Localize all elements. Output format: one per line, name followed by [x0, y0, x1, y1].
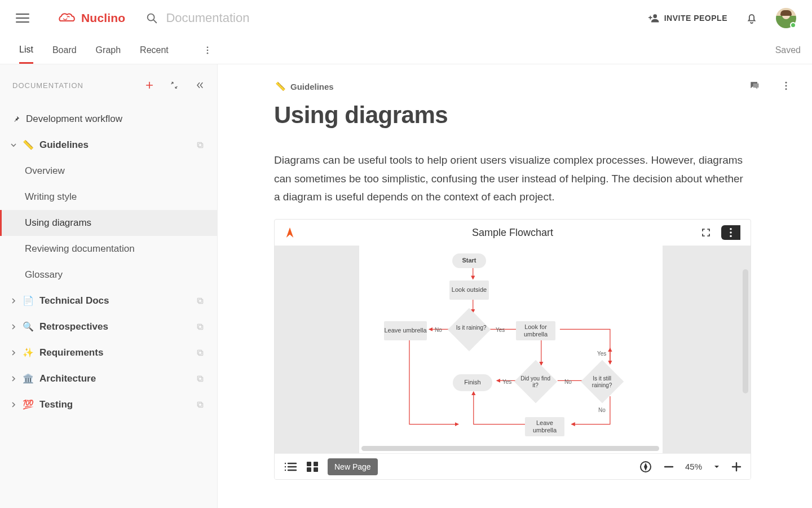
- svg-point-20: [785, 88, 787, 90]
- sidebar-section-architecture[interactable]: 🏛️ Architecture: [0, 366, 217, 392]
- flow-node-leave-umbrella-2[interactable]: Leave umbrella: [525, 417, 564, 436]
- sidebar-section-guidelines[interactable]: 📏 Guidelines: [0, 132, 217, 158]
- sparkle-icon: ✨: [23, 348, 34, 357]
- svg-rect-37: [307, 462, 311, 466]
- chevron-right-icon: [10, 376, 17, 382]
- svg-point-18: [785, 82, 787, 84]
- sidebar-section-requirements[interactable]: ✨ Requirements: [0, 340, 217, 366]
- diagram-canvas[interactable]: Start Look outside Is it raining? Leave …: [275, 246, 751, 453]
- svg-rect-9: [197, 298, 201, 302]
- copy-icon[interactable]: [196, 141, 205, 150]
- sidebar: DOCUMENTATION Development workflow 📏 Gui…: [0, 64, 218, 508]
- svg-rect-40: [314, 467, 318, 472]
- search-icon: [145, 12, 158, 24]
- body-paragraph[interactable]: Diagrams can be useful tools to help ori…: [274, 151, 751, 207]
- tab-board[interactable]: Board: [52, 37, 77, 63]
- item-label: Writing style: [25, 191, 77, 203]
- svg-point-4: [206, 49, 208, 51]
- tab-graph[interactable]: Graph: [96, 37, 121, 63]
- tabs-more-icon[interactable]: [202, 45, 213, 55]
- svg-point-19: [785, 85, 787, 87]
- svg-rect-7: [197, 142, 201, 146]
- list-view-icon[interactable]: [284, 461, 297, 472]
- copy-icon[interactable]: [196, 374, 205, 383]
- save-status: Saved: [775, 45, 801, 55]
- section-label: Guidelines: [39, 139, 89, 151]
- edge-label-yes: Yes: [597, 351, 606, 357]
- grid-view-icon[interactable]: [306, 461, 319, 472]
- edge-label-yes: Yes: [502, 379, 511, 385]
- sidebar-section-testing[interactable]: 💯 Testing: [0, 392, 217, 418]
- flow-node-finish[interactable]: Finish: [453, 374, 492, 391]
- page-icon: 📄: [23, 296, 34, 305]
- edge-label-yes: Yes: [496, 327, 505, 333]
- copy-icon[interactable]: [196, 400, 205, 409]
- zoom-value: 45%: [685, 462, 702, 471]
- invite-people-button[interactable]: INVITE PEOPLE: [648, 12, 727, 24]
- tab-list[interactable]: List: [19, 37, 33, 64]
- svg-rect-8: [198, 299, 202, 303]
- breadcrumb-label: Guidelines: [290, 82, 334, 91]
- item-label: Glossary: [25, 269, 63, 281]
- svg-rect-16: [198, 403, 202, 407]
- copy-icon[interactable]: [196, 296, 205, 305]
- chevron-right-icon: [10, 324, 17, 330]
- zoom-dropdown-icon[interactable]: [713, 463, 720, 470]
- edge-label-no: No: [435, 327, 442, 333]
- compass-icon[interactable]: [639, 460, 652, 474]
- section-label: Testing: [39, 399, 73, 410]
- sidebar-item-overview[interactable]: Overview: [0, 158, 217, 184]
- svg-rect-13: [197, 350, 201, 354]
- sidebar-item-using-diagrams[interactable]: Using diagrams: [0, 210, 217, 236]
- edge-label-no: No: [598, 407, 606, 413]
- sidebar-item-glossary[interactable]: Glossary: [0, 262, 217, 288]
- workspace-name: DOCUMENTATION: [12, 81, 83, 90]
- sidebar-section-technical-docs[interactable]: 📄 Technical Docs: [0, 288, 217, 314]
- magnifier-icon: 🔍: [23, 322, 34, 331]
- sidebar-item-writing-style[interactable]: Writing style: [0, 184, 217, 210]
- chevron-right-icon: [10, 298, 17, 304]
- presence-indicator: [790, 22, 796, 28]
- svg-rect-15: [197, 376, 201, 380]
- embed-vertical-scrollbar[interactable]: [743, 269, 748, 393]
- page-title[interactable]: Using diagrams: [274, 102, 751, 129]
- add-page-icon[interactable]: [145, 81, 154, 90]
- brand-logo-icon: [58, 11, 77, 25]
- expand-sidebar-icon[interactable]: [170, 81, 179, 90]
- sidebar-section-retrospectives[interactable]: 🔍 Retrospectives: [0, 314, 217, 340]
- flow-node-look-outside[interactable]: Look outside: [449, 281, 489, 300]
- document-more-icon[interactable]: [780, 80, 792, 91]
- item-label: Using diagrams: [25, 217, 91, 229]
- chevron-right-icon: [10, 402, 17, 408]
- copy-icon[interactable]: [196, 322, 205, 331]
- document-content: 📏 Guidelines Using diagrams Diagrams can…: [218, 64, 812, 508]
- brand[interactable]: Nuclino: [58, 11, 125, 25]
- flow-node-start[interactable]: Start: [452, 253, 486, 268]
- view-tabs: List Board Graph Recent: [19, 37, 213, 64]
- zoom-out-icon[interactable]: [664, 462, 674, 472]
- pin-icon: [12, 115, 20, 123]
- search-placeholder: Documentation: [166, 11, 249, 25]
- copy-icon[interactable]: [196, 348, 205, 357]
- new-page-button[interactable]: New Page: [328, 458, 378, 475]
- sidebar-item-reviewing-documentation[interactable]: Reviewing documentation: [0, 236, 217, 262]
- embed-horizontal-scrollbar[interactable]: [361, 446, 659, 451]
- ruler-icon: 📏: [23, 141, 34, 150]
- zoom-in-icon[interactable]: [731, 462, 742, 472]
- tab-recent[interactable]: Recent: [140, 37, 169, 63]
- invite-people-icon: [648, 12, 660, 24]
- flow-node-leave-umbrella[interactable]: Leave umbrella: [384, 321, 427, 340]
- flow-node-look-for-umbrella[interactable]: Look for umbrella: [516, 321, 555, 340]
- search[interactable]: Documentation: [145, 11, 249, 25]
- svg-point-3: [206, 46, 208, 48]
- svg-rect-39: [307, 467, 311, 472]
- breadcrumb[interactable]: 📏 Guidelines: [275, 81, 751, 91]
- user-avatar[interactable]: [776, 8, 796, 28]
- collapse-sidebar-icon[interactable]: [195, 81, 205, 90]
- hamburger-menu-icon[interactable]: [16, 11, 29, 25]
- svg-rect-12: [198, 351, 202, 355]
- section-label: Retrospectives: [39, 321, 108, 332]
- comments-icon[interactable]: [749, 80, 760, 91]
- pinned-item[interactable]: Development workflow: [0, 106, 217, 132]
- notifications-icon[interactable]: [745, 12, 758, 24]
